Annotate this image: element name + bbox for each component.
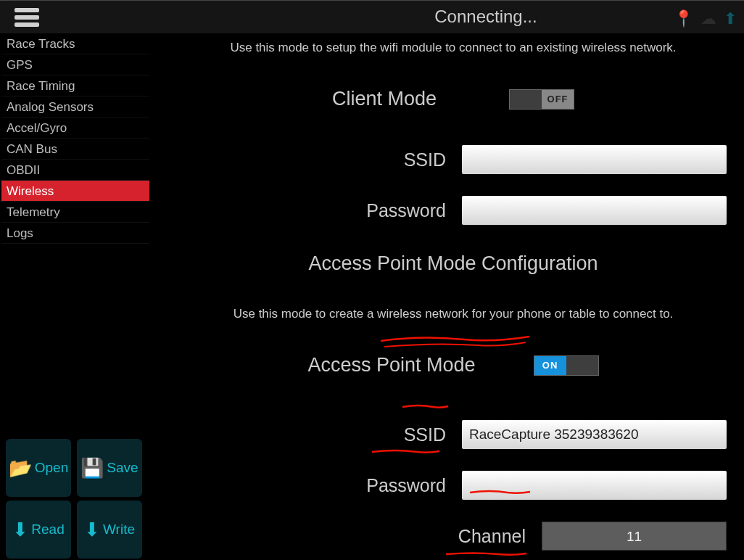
ap-description: Use this mode to create a wireless netwo… [167, 307, 740, 321]
save-button-label: Save [107, 461, 138, 475]
client-password-label: Password [366, 200, 446, 221]
read-button[interactable]: ⬇ Read [6, 501, 71, 559]
sidebar-item-race-timing[interactable]: Race Timing [1, 75, 149, 96]
location-icon: 📍 [674, 9, 693, 28]
ap-mode-label: Access Point Mode [307, 354, 475, 376]
download-icon: ⬇ [12, 519, 28, 541]
ap-channel-row: Channel 11 [167, 522, 740, 551]
client-password-input[interactable] [462, 196, 727, 225]
sidebar: Race Tracks GPS Race Timing Analog Senso… [1, 33, 149, 244]
ap-password-label: Password [366, 475, 446, 496]
ap-ssid-row: SSID [167, 420, 740, 449]
client-mode-description: Use this mode to setup the wifi module t… [167, 41, 740, 55]
sidebar-item-accel-gyro[interactable]: Accel/Gyro [1, 118, 149, 139]
sidebar-item-obdii[interactable]: OBDII [1, 160, 149, 181]
sidebar-item-gps[interactable]: GPS [1, 54, 149, 75]
topbar: Connecting... 📍 ☁ ⬆ [0, 0, 744, 33]
client-password-row: Password [167, 196, 740, 225]
cloud-icon: ☁ [700, 9, 716, 28]
upload-icon: ⬇ [84, 519, 100, 541]
open-button[interactable]: 📂 Open [6, 439, 71, 497]
ap-section-title: Access Point Mode Configuration [167, 252, 740, 275]
ap-ssid-label: SSID [404, 424, 446, 445]
save-button[interactable]: 💾 Save [77, 439, 142, 497]
ap-mode-row: Access Point Mode ON [167, 354, 740, 376]
client-ssid-input[interactable] [462, 145, 727, 174]
client-mode-label: Client Mode [332, 88, 437, 110]
save-icon: 💾 [80, 457, 104, 479]
button-row-1: 📂 Open 💾 Save [6, 439, 142, 497]
connection-status: Connecting... [254, 7, 718, 27]
sidebar-item-telemetry[interactable]: Telemetry [1, 202, 149, 223]
read-button-label: Read [31, 522, 64, 537]
write-button-label: Write [103, 522, 135, 537]
folder-icon: 📂 [9, 457, 32, 479]
sidebar-item-race-tracks[interactable]: Race Tracks [1, 33, 149, 54]
sidebar-item-analog-sensors[interactable]: Analog Sensors [1, 96, 149, 118]
menu-icon[interactable] [15, 5, 42, 30]
client-mode-row: Client Mode OFF [167, 88, 740, 110]
top-icons: 📍 ☁ ⬆ [674, 9, 737, 28]
ap-channel-select[interactable]: 11 [542, 522, 727, 551]
sidebar-item-wireless[interactable]: Wireless [1, 181, 149, 202]
button-row-2: ⬇ Read ⬇ Write [6, 501, 142, 559]
sidebar-item-logs[interactable]: Logs [1, 223, 149, 244]
ap-channel-label: Channel [458, 526, 526, 547]
open-button-label: Open [35, 461, 68, 475]
ap-ssid-input[interactable] [462, 420, 727, 449]
main-panel: Use this mode to setup the wifi module t… [167, 36, 740, 559]
write-button[interactable]: ⬇ Write [77, 501, 142, 559]
ap-mode-toggle[interactable]: ON [534, 355, 599, 376]
ap-password-row: Password [167, 471, 740, 500]
ap-password-input[interactable] [462, 471, 727, 500]
upload-icon[interactable]: ⬆ [724, 9, 737, 28]
toggle-off-label: OFF [542, 90, 574, 109]
client-ssid-label: SSID [404, 149, 446, 170]
client-ssid-row: SSID [167, 145, 740, 174]
toggle-on-label: ON [534, 356, 566, 375]
sidebar-item-can-bus[interactable]: CAN Bus [1, 139, 149, 160]
client-mode-toggle[interactable]: OFF [509, 89, 574, 110]
